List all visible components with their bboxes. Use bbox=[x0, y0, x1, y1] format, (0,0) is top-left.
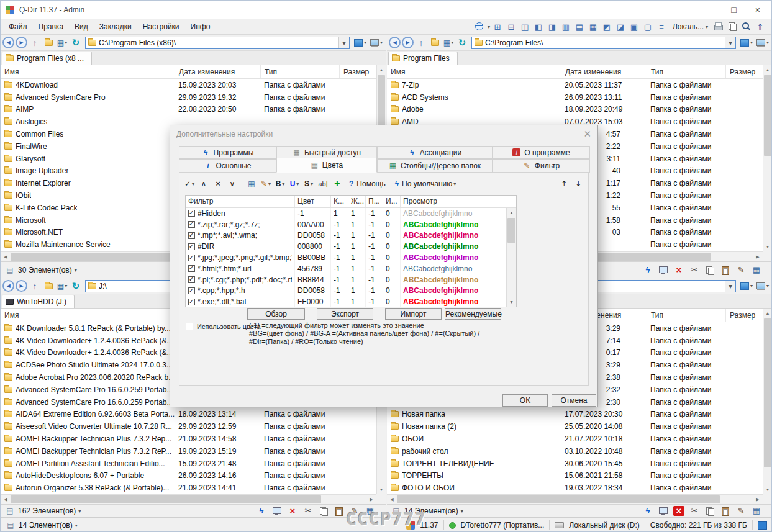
forward-icon[interactable]: ▶ bbox=[16, 280, 27, 292]
scroll-bottom-icon[interactable]: ↧ bbox=[572, 177, 584, 191]
color-pen-icon[interactable]: ✎▾ bbox=[260, 177, 272, 191]
column-header[interactable]: Размер bbox=[340, 65, 376, 78]
grid-icon[interactable] bbox=[751, 265, 762, 275]
checkbox-checked-icon[interactable] bbox=[188, 299, 195, 305]
delete-icon[interactable] bbox=[673, 265, 684, 275]
copy-icon[interactable] bbox=[704, 265, 715, 275]
tab-general[interactable]: Основные bbox=[179, 159, 276, 173]
refresh-icon[interactable]: ↻ bbox=[456, 37, 468, 49]
file-row[interactable]: AOMEI Backupper Technician Plus 7.3.2 Re… bbox=[1, 445, 376, 458]
tab-quick-access[interactable]: Быстрый доступ bbox=[276, 146, 377, 159]
column-header[interactable]: Имя bbox=[1, 309, 175, 322]
tab-programs[interactable]: Программы bbox=[179, 146, 276, 159]
file-row[interactable]: Advanced SystemCare Pro 29.09.2023 19:32… bbox=[1, 91, 376, 104]
check-dropdown-icon[interactable]: ✓▾ bbox=[183, 177, 196, 191]
add-filter-icon[interactable]: + bbox=[331, 177, 343, 191]
underline-icon[interactable]: U▾ bbox=[288, 177, 301, 191]
copy-icon[interactable] bbox=[704, 506, 715, 516]
paste-icon[interactable] bbox=[720, 506, 731, 516]
filter-row[interactable]: *.zip;*.rar;*.gz;*.7z; 00AA00 -1 1 -1 0 … bbox=[186, 219, 506, 230]
file-row[interactable]: ТОРРЕНТ ТЕЛЕВИДЕНИЕ 30.06.2020 15:45 Пап… bbox=[387, 458, 763, 470]
file-row[interactable]: Autorun Organizer 5.38 RePack (& Portabl… bbox=[1, 482, 376, 494]
grid-icon[interactable]: ▦ bbox=[245, 177, 258, 191]
filter-row[interactable]: *.pl;*.cgi;*.php;*.pdf;*.doc;*.rtf;*... … bbox=[186, 274, 506, 286]
back-icon[interactable]: ◀ bbox=[389, 37, 401, 48]
drive-tab[interactable]: WinToHDD (J:) bbox=[2, 295, 75, 308]
filter-row[interactable]: #DIR 008800 -1 1 -1 0 ABCabcdefghijklmno bbox=[186, 241, 506, 252]
column-header[interactable]: Дата изменения bbox=[561, 65, 647, 78]
table-column-header[interactable]: П... bbox=[366, 196, 383, 207]
filter-row[interactable]: *.html;*.htm;*.url 456789 -1 1 -1 0 ABCa… bbox=[186, 263, 506, 274]
pane-layout-quad-icon[interactable]: ⊞ bbox=[491, 21, 504, 32]
address-dropdown-icon[interactable]: ▾ bbox=[338, 37, 349, 48]
pane-layout-columns-icon[interactable]: ▤ bbox=[573, 21, 586, 32]
views-icon[interactable]: ▦▾ bbox=[56, 37, 68, 49]
views-icon[interactable]: ▦▾ bbox=[442, 37, 455, 49]
forward-icon[interactable]: ▶ bbox=[402, 37, 414, 48]
folder-tab[interactable]: Program Files (x8 ... bbox=[2, 52, 92, 65]
checkbox-checked-icon[interactable] bbox=[188, 243, 195, 250]
column-header[interactable]: Тип bbox=[647, 309, 726, 322]
dialog-close-icon[interactable]: ✕ bbox=[583, 128, 591, 140]
disk-label[interactable]: Локальный диск (D:) bbox=[569, 521, 640, 530]
horizontal-scrollbar[interactable]: ◀▶ bbox=[387, 494, 763, 504]
delete-icon[interactable] bbox=[673, 506, 684, 516]
address-dropdown-icon[interactable]: ▾ bbox=[725, 281, 735, 292]
cancel-button[interactable]: Отмена bbox=[552, 394, 596, 407]
table-column-header[interactable]: Фильтр bbox=[186, 196, 295, 207]
pane-layout-left-icon[interactable]: ◧ bbox=[532, 21, 545, 32]
tab-associations[interactable]: Ассоциации bbox=[377, 146, 493, 159]
column-header[interactable]: Тип bbox=[261, 65, 340, 78]
pane-layout-right-icon[interactable]: ◨ bbox=[546, 21, 558, 32]
pane-layout-grid-icon[interactable]: ▦ bbox=[587, 21, 599, 32]
cut-icon[interactable] bbox=[689, 506, 700, 516]
filter-row[interactable]: #Hidden -1 1 1 -1 0 ABCabcdefghijklmno bbox=[186, 208, 506, 219]
views-icon[interactable]: ▦▾ bbox=[56, 280, 68, 292]
checkbox-checked-icon[interactable] bbox=[188, 265, 195, 272]
file-row[interactable]: 7-Zip 20.05.2023 11:37 Папка с файлами bbox=[387, 79, 763, 91]
rename-icon[interactable]: ab| bbox=[317, 177, 329, 191]
globe-icon[interactable] bbox=[474, 21, 486, 32]
use-colors-checkbox[interactable] bbox=[186, 323, 193, 330]
address-dropdown-icon[interactable]: ▾ bbox=[725, 37, 735, 48]
lightning-icon[interactable] bbox=[642, 265, 653, 275]
go-up-icon[interactable] bbox=[754, 21, 766, 32]
minimize-icon[interactable]: – bbox=[708, 5, 713, 15]
pane-display-button[interactable]: ▾ bbox=[755, 280, 770, 292]
status-dropdown-icon[interactable]: ▾ bbox=[78, 508, 81, 514]
table-column-header[interactable]: И... bbox=[383, 196, 401, 207]
favorites-folder-icon[interactable] bbox=[429, 37, 441, 49]
pane-layout-vertical-icon[interactable]: ◫ bbox=[519, 21, 531, 32]
checkbox-checked-icon[interactable] bbox=[188, 210, 195, 217]
move-up-icon[interactable]: ∧ bbox=[198, 177, 210, 191]
menu-item[interactable]: Инфо bbox=[185, 20, 216, 33]
horizontal-scrollbar[interactable]: ◀▶ bbox=[1, 494, 376, 504]
file-row[interactable]: Adobe 18.09.2023 20:49 Папка с файлами bbox=[387, 104, 763, 116]
pane-color-button[interactable]: ▾ bbox=[353, 37, 368, 49]
back-icon[interactable]: ◀ bbox=[2, 280, 14, 292]
file-row[interactable]: AIDA64 Extreme Edition 6.92.6603 Beta Po… bbox=[1, 408, 376, 421]
file-row[interactable]: AOMEI Backupper Technician Plus 7.3.2 Re… bbox=[1, 433, 376, 445]
filter-row[interactable]: *.cpp;*.hpp;*.h DD0058 -1 1 -1 0 ABCabcd… bbox=[186, 286, 506, 297]
column-header[interactable]: Имя bbox=[1, 65, 175, 78]
refresh-icon[interactable]: ↻ bbox=[70, 37, 82, 49]
folder-tab[interactable]: Program Files bbox=[388, 52, 458, 65]
checkbox-checked-icon[interactable] bbox=[188, 232, 195, 239]
table-column-header[interactable]: К... bbox=[331, 196, 348, 207]
grid-icon[interactable] bbox=[365, 506, 376, 516]
tab-filter[interactable]: Фильтр bbox=[493, 159, 590, 173]
checkbox-checked-icon[interactable] bbox=[188, 287, 195, 294]
strikethrough-icon[interactable]: S▾ bbox=[302, 177, 315, 191]
delete-icon[interactable] bbox=[287, 506, 298, 516]
table-column-header[interactable]: Ж... bbox=[348, 196, 366, 207]
file-row[interactable]: Новая папка 17.07.2023 20:30 Папка с фай… bbox=[387, 408, 763, 421]
tab-columns-tree[interactable]: Столбцы/Дерево папок bbox=[377, 159, 493, 173]
up-icon[interactable]: ↑ bbox=[415, 37, 427, 49]
magnifier-icon[interactable] bbox=[740, 21, 753, 32]
column-header[interactable]: Тип bbox=[647, 65, 726, 78]
cut-icon[interactable] bbox=[302, 506, 314, 516]
menu-item[interactable]: Файл bbox=[3, 20, 33, 33]
checkbox-checked-icon[interactable] bbox=[188, 276, 195, 283]
filter-row[interactable]: *.exe;*.dll;*.bat FF0000 -1 1 -1 0 ABCab… bbox=[186, 296, 506, 307]
monitor-icon[interactable] bbox=[658, 265, 669, 275]
